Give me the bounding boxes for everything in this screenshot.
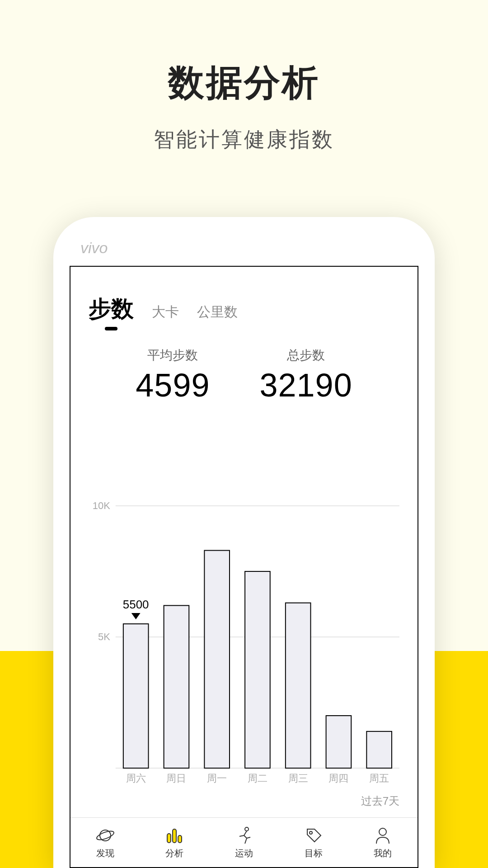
svg-text:5K: 5K xyxy=(98,631,110,642)
svg-text:5500: 5500 xyxy=(123,598,149,611)
stat-total: 总步数 32190 xyxy=(259,347,352,404)
nav-goals[interactable]: 目标 xyxy=(279,818,348,867)
svg-point-20 xyxy=(310,831,312,834)
nav-exercise-label: 运动 xyxy=(235,847,253,859)
svg-text:10K: 10K xyxy=(93,500,110,511)
chart-icon xyxy=(164,826,184,845)
svg-text:周六: 周六 xyxy=(126,773,146,784)
page-subtitle: 智能计算健康指数 xyxy=(0,126,488,154)
tab-steps[interactable]: 步数 xyxy=(89,294,134,324)
nav-goals-label: 目标 xyxy=(305,847,323,859)
screen: 步数 大卡 公里数 平均步数 4599 总步数 32190 5K10K周六周日周… xyxy=(70,266,418,868)
svg-rect-17 xyxy=(173,829,176,843)
nav-analysis[interactable]: 分析 xyxy=(140,818,210,867)
tab-distance[interactable]: 公里数 xyxy=(197,303,238,321)
planet-icon xyxy=(95,826,115,845)
vivo-logo: vivo xyxy=(80,240,135,258)
svg-point-19 xyxy=(245,827,249,831)
bar-周日[interactable] xyxy=(164,605,189,768)
svg-text:vivo: vivo xyxy=(80,240,108,256)
svg-text:周四: 周四 xyxy=(328,773,348,784)
nav-analysis-label: 分析 xyxy=(165,847,183,859)
stats-row: 平均步数 4599 总步数 32190 xyxy=(70,347,418,404)
bar-周二[interactable] xyxy=(245,571,270,768)
bar-周六[interactable] xyxy=(123,624,149,768)
svg-text:周一: 周一 xyxy=(207,773,227,784)
nav-exercise[interactable]: 运动 xyxy=(209,818,279,867)
svg-point-15 xyxy=(96,830,115,842)
person-icon xyxy=(373,826,393,845)
svg-rect-18 xyxy=(178,835,182,843)
nav-discover-label: 发现 xyxy=(96,847,114,859)
page-title: 数据分析 xyxy=(0,0,488,108)
nav-profile-label: 我的 xyxy=(374,847,392,859)
tab-calories[interactable]: 大卡 xyxy=(152,303,179,321)
svg-text:周三: 周三 xyxy=(288,773,308,784)
bar-周五[interactable] xyxy=(366,731,392,768)
svg-text:周五: 周五 xyxy=(369,773,389,784)
svg-text:周二: 周二 xyxy=(248,773,267,784)
bar-周三[interactable] xyxy=(286,603,311,769)
stat-total-value: 32190 xyxy=(259,367,352,404)
stat-average: 平均步数 4599 xyxy=(136,347,210,404)
svg-rect-16 xyxy=(167,834,171,843)
svg-point-21 xyxy=(379,828,386,835)
stat-total-label: 总步数 xyxy=(259,347,352,364)
bar-chart: 5K10K周六周日周一周二周三周四周五5500 xyxy=(84,448,404,791)
stat-average-value: 4599 xyxy=(136,367,210,404)
runner-icon xyxy=(234,826,254,845)
bar-周一[interactable] xyxy=(204,551,230,769)
tag-icon xyxy=(304,826,324,845)
bottom-nav: 发现 分析 运动 目标 xyxy=(70,817,418,867)
bar-周四[interactable] xyxy=(326,716,352,768)
svg-text:周日: 周日 xyxy=(166,773,186,784)
stat-average-label: 平均步数 xyxy=(136,347,210,364)
nav-discover[interactable]: 发现 xyxy=(70,818,140,867)
metric-tabs: 步数 大卡 公里数 xyxy=(70,267,418,324)
chart-range-note: 过去7天 xyxy=(361,794,399,808)
nav-profile[interactable]: 我的 xyxy=(348,818,418,867)
phone-frame: vivo 步数 大卡 公里数 平均步数 4599 总步数 32190 5K10K… xyxy=(53,217,435,868)
